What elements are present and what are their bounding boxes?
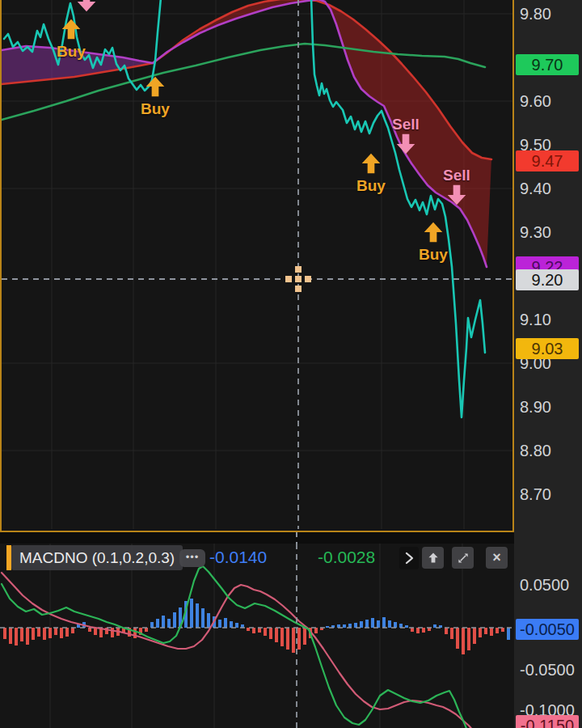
buy-label: Buy	[136, 101, 175, 117]
axis-tick-label: 0.0500	[520, 576, 569, 595]
signal-markers-layer: BuyBuyBuySellSellBuy	[2, 0, 512, 531]
buy-marker: Buy	[352, 152, 390, 194]
sell-arrow-icon	[76, 0, 97, 13]
macd-signal-value: -0.0028	[318, 548, 375, 567]
price-chart-panel[interactable]: BuyBuyBuySellSellBuy	[0, 0, 514, 532]
signal-value-badge: -0.1150	[516, 715, 579, 728]
chevron-right-icon	[403, 551, 415, 565]
sell-marker: Sell	[437, 167, 476, 210]
macd-axis[interactable]: 0.05000.0000-0.0500-0.1000-0.0050-0.1150	[514, 544, 582, 728]
crosshair-price-badge: 9.20	[516, 269, 579, 290]
hist-value-badge: -0.0050	[516, 619, 579, 640]
crosshair-vertical-line	[296, 532, 297, 544]
buy-marker: Buy	[136, 75, 175, 117]
macd-pane[interactable]: MACDNO (0.1,0.2,0.3) ••• -0.0140 -0.0028	[0, 544, 514, 728]
axis-tick-label: 9.10	[520, 311, 551, 329]
axis-tick-label: 9.80	[520, 5, 551, 23]
buy-arrow-icon	[423, 221, 444, 243]
maximize-icon	[457, 552, 470, 565]
axis-tick-label: 9.40	[520, 180, 551, 198]
macd-header: MACDNO (0.1,0.2,0.3) ••• -0.0140 -0.0028	[0, 544, 514, 574]
buy-marker: Buy	[52, 18, 91, 60]
trading-chart-app: BuyBuyBuySellSellBuy 9.809.609.509.409.3…	[0, 0, 582, 728]
price-axis[interactable]: 9.809.609.509.409.309.209.109.008.908.80…	[514, 0, 582, 532]
buy-marker: Buy	[414, 221, 453, 263]
axis-tick-label: 9.30	[520, 223, 551, 242]
arrow-up-icon	[427, 552, 440, 565]
axis-tick-label: 9.60	[520, 92, 551, 111]
pane-divider[interactable]	[0, 532, 514, 544]
buy-label: Buy	[52, 44, 91, 60]
red-ma-price-badge: 9.47	[516, 150, 579, 171]
buy-label: Buy	[414, 247, 453, 263]
sell-label: Sell	[437, 167, 476, 184]
indicator-menu-button[interactable]: •••	[179, 549, 205, 567]
maximize-pane-button[interactable]	[452, 547, 474, 569]
axis-tick-label: 8.70	[520, 485, 551, 504]
buy-arrow-icon	[61, 18, 82, 40]
sell-marker	[67, 0, 106, 16]
collapse-values-button[interactable]	[399, 547, 419, 569]
buy-label: Buy	[352, 178, 390, 194]
sell-arrow-icon	[395, 133, 416, 155]
axis-tick-label: 8.90	[520, 398, 551, 417]
axis-tick-label: 8.80	[520, 442, 551, 460]
last-price-badge: 9.03	[516, 338, 579, 359]
move-pane-up-button[interactable]	[422, 547, 444, 569]
indicator-title[interactable]: MACDNO (0.1,0.2,0.3)	[11, 545, 183, 570]
axis-tick-label: -0.0500	[520, 661, 575, 679]
sell-marker: Sell	[386, 116, 425, 159]
close-indicator-button[interactable]: ×	[486, 547, 508, 569]
buy-arrow-icon	[361, 152, 382, 175]
macd-value: -0.0140	[209, 548, 267, 567]
green-ma-price-badge: 9.70	[516, 54, 579, 75]
sell-arrow-icon	[446, 184, 467, 206]
sell-label: Sell	[386, 116, 425, 133]
buy-arrow-icon	[145, 75, 166, 98]
